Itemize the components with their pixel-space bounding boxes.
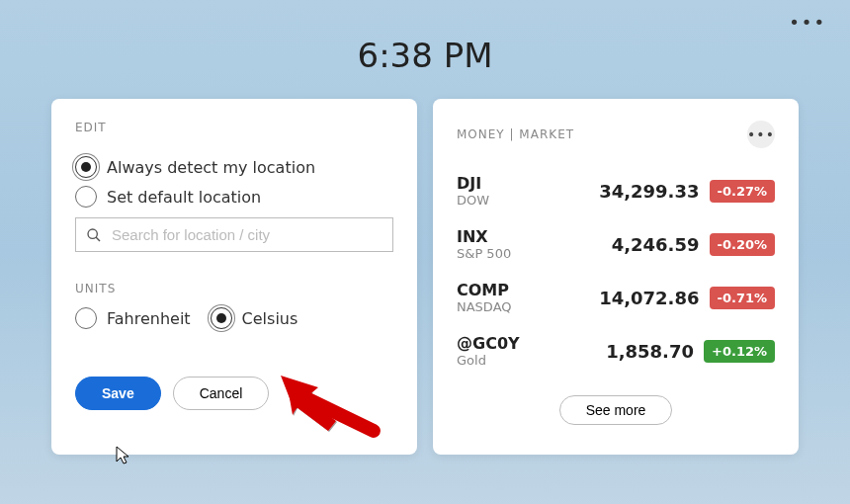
market-value: 14,072.86 [599,288,699,308]
see-more-button[interactable]: See more [559,395,673,425]
radio-label: Set default location [107,188,261,207]
save-button[interactable]: Save [75,377,161,410]
card-overflow-button[interactable]: ••• [747,121,775,148]
radio-celsius[interactable]: Celsius [211,307,298,329]
market-row[interactable]: @GC0YGold1,858.70+0.12% [457,324,775,378]
radio-always-detect[interactable]: Always detect my location [75,156,393,178]
market-row[interactable]: INXS&P 5004,246.59-0.20% [457,217,775,271]
market-row[interactable]: DJIDOW34,299.33-0.27% [457,164,775,217]
radio-label: Always detect my location [107,158,315,177]
market-change-badge: -0.27% [710,180,776,203]
radio-set-default[interactable]: Set default location [75,186,393,208]
market-value: 4,246.59 [612,234,700,255]
market-name: S&P 500 [457,246,511,261]
radio-icon [75,156,97,178]
edit-card: EDIT Always detect my location Set defau… [51,99,417,455]
market-row[interactable]: COMPNASDAQ14,072.86-0.71% [457,271,775,324]
units-title: UNITS [75,282,393,295]
market-symbol: DJI [457,174,489,193]
market-name: DOW [457,193,489,208]
radio-icon [75,186,97,208]
market-change-badge: +0.12% [704,340,775,363]
market-change-badge: -0.71% [710,287,776,309]
market-name: NASDAQ [457,299,512,314]
clock-time: 6:38 PM [0,0,850,75]
cancel-button[interactable]: Cancel [173,377,270,410]
edit-title: EDIT [75,121,393,134]
radio-label: Celsius [242,309,298,328]
market-symbol: COMP [457,281,512,299]
radio-fahrenheit[interactable]: Fahrenheit [75,307,191,329]
svg-point-0 [88,229,97,238]
radio-icon [211,307,232,329]
radio-label: Fahrenheit [107,309,191,328]
overflow-menu-button[interactable]: ••• [789,12,826,33]
market-symbol: INX [457,227,511,246]
search-icon [86,227,102,243]
market-name: Gold [457,353,520,368]
market-change-badge: -0.20% [710,233,776,256]
money-card: MONEY | MARKET ••• DJIDOW34,299.33-0.27%… [433,99,799,455]
location-search-input[interactable] [112,226,382,243]
market-value: 1,858.70 [606,341,694,362]
location-search-box[interactable] [75,217,393,252]
svg-line-1 [96,237,100,241]
money-title: MONEY | MARKET [457,127,574,141]
market-value: 34,299.33 [599,181,699,202]
radio-icon [75,307,97,329]
market-symbol: @GC0Y [457,334,520,353]
